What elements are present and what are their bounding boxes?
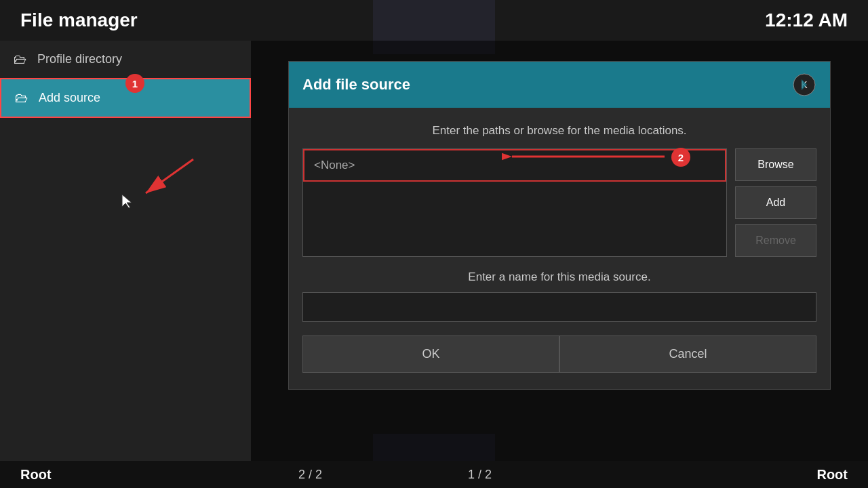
footer-left: Root <box>20 467 52 483</box>
path-section: Browse Add Remove <box>302 148 816 257</box>
path-instruction: Enter the paths or browse for the media … <box>302 124 816 138</box>
sidebar: 🗁 Profile directory 🗁 Add source 1 <box>0 41 251 461</box>
add-file-source-dialog: Add file source K Enter the paths or bro… <box>288 61 831 390</box>
footer: Root 2 / 2 1 / 2 Root <box>0 461 868 488</box>
path-list-area <box>302 148 727 257</box>
header: File manager 12:12 AM <box>0 0 868 41</box>
path-input-row <box>303 149 726 182</box>
modal-header: Add file source K <box>289 62 830 108</box>
footer-right: Root <box>816 467 848 483</box>
ok-button[interactable]: OK <box>302 336 559 373</box>
sidebar-item-profile-directory[interactable]: 🗁 Profile directory <box>0 41 251 78</box>
sidebar-item-label: Profile directory <box>37 52 122 66</box>
footer-center-left: 2 / 2 <box>298 468 322 482</box>
folder-icon-add: 🗁 <box>15 90 28 106</box>
footer-center-right: 1 / 2 <box>468 468 492 482</box>
annotation-badge-1: 1 <box>125 74 144 93</box>
cancel-button[interactable]: Cancel <box>559 336 816 373</box>
modal-overlay: Add file source K Enter the paths or bro… <box>251 41 868 461</box>
modal-actions: OK Cancel <box>302 336 816 373</box>
folder-icon: 🗁 <box>14 52 27 67</box>
app-title: File manager <box>20 9 138 31</box>
kodi-logo: K <box>792 73 816 97</box>
path-buttons: Browse Add Remove <box>735 148 816 257</box>
sidebar-item-label-add: Add source <box>39 91 100 105</box>
media-source-name-input[interactable] <box>302 292 816 322</box>
sidebar-item-add-source[interactable]: 🗁 Add source 1 <box>0 78 251 118</box>
path-list-empty <box>303 182 726 256</box>
modal-title: Add file source <box>302 76 410 94</box>
modal-body: Enter the paths or browse for the media … <box>289 108 830 389</box>
path-input-field[interactable] <box>303 149 726 182</box>
browse-button[interactable]: Browse <box>735 148 816 181</box>
remove-path-button[interactable]: Remove <box>735 224 816 257</box>
add-path-button[interactable]: Add <box>735 186 816 219</box>
clock: 12:12 AM <box>765 9 848 31</box>
name-instruction: Enter a name for this media source. <box>302 270 816 284</box>
